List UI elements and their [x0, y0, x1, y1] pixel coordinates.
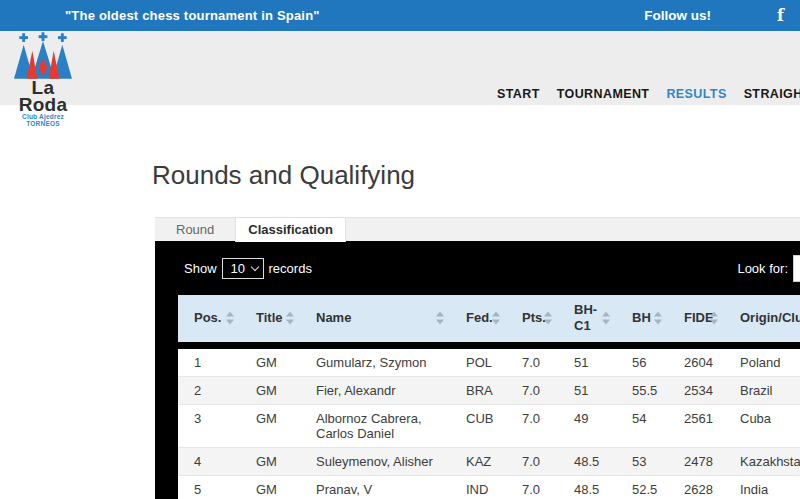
cell-origin: Kazakhstan [724, 447, 800, 475]
cell-fed: IND [450, 475, 506, 499]
logo-subtitle: Club Ajedrez TORNEOS [10, 113, 76, 127]
cell-fed: BRA [450, 376, 506, 404]
top-bar: "The oldest chess tournament in Spain" F… [0, 0, 800, 31]
cell-title: GM [240, 376, 300, 404]
column-header-pos-[interactable]: Pos. [178, 295, 240, 345]
cell-fed: CUB [450, 404, 506, 447]
cell-bh_c1: 48.5 [558, 447, 616, 475]
sort-icon[interactable] [492, 312, 500, 325]
records-label: records [269, 261, 312, 276]
cell-bh: 55.5 [616, 376, 668, 404]
cell-pos: 1 [178, 345, 240, 376]
cell-origin: Brazil [724, 376, 800, 404]
cell-bh_c1: 51 [558, 345, 616, 376]
column-label-fed-: Fed. [466, 310, 493, 325]
facebook-icon[interactable]: f [777, 8, 784, 24]
site-header: La Roda Club Ajedrez TORNEOS STARTTOURNA… [0, 31, 800, 105]
search-label: Look for: [737, 261, 788, 276]
page-size-select[interactable]: 10 [222, 258, 264, 279]
cell-fide: 2628 [668, 475, 724, 499]
cell-origin: India [724, 475, 800, 499]
cell-bh_c1: 51 [558, 376, 616, 404]
tab-strip: RoundClassification [155, 217, 800, 241]
nav-item-tournament[interactable]: TOURNAMENT [557, 87, 650, 101]
tab-round[interactable]: Round [155, 218, 236, 242]
main-nav: STARTTOURNAMENTRESULTSSTRAIGHTGALLERY [497, 87, 800, 101]
cell-pos: 4 [178, 447, 240, 475]
column-header-origin-club[interactable]: Origin/Club [724, 295, 800, 345]
sort-icon[interactable] [710, 312, 718, 325]
cell-fide: 2534 [668, 376, 724, 404]
column-header-name[interactable]: Name [300, 295, 450, 345]
table-header-row: Pos.TitleNameFed.Pts.BH-C1BHFIDEOrigin/C… [178, 295, 800, 345]
column-label-pts-: Pts. [522, 310, 546, 325]
column-header-fide[interactable]: FIDE [668, 295, 724, 345]
column-header-title[interactable]: Title [240, 295, 300, 345]
table-row: 1GMGumularz, SzymonPOL7.051562604Poland [178, 345, 800, 376]
cell-pts: 7.0 [506, 376, 558, 404]
sort-icon[interactable] [654, 312, 662, 325]
site-logo[interactable]: La Roda Club Ajedrez TORNEOS [10, 32, 76, 127]
column-label-title: Title [256, 310, 283, 325]
logo-title: La Roda [10, 79, 76, 113]
cell-bh_c1: 49 [558, 404, 616, 447]
cell-fide: 2478 [668, 447, 724, 475]
table-row: 3GMAlbornoz Cabrera, Carlos DanielCUB7.0… [178, 404, 800, 447]
cell-pos: 2 [178, 376, 240, 404]
cell-bh: 53 [616, 447, 668, 475]
follow-us-label: Follow us! [644, 8, 711, 23]
cell-pts: 7.0 [506, 345, 558, 376]
site-tagline: "The oldest chess tournament in Spain" [65, 8, 320, 23]
cell-name: Gumularz, Szymon [300, 345, 450, 376]
column-header-bh-c1[interactable]: BH-C1 [558, 295, 616, 345]
column-label-bh-c1: BH-C1 [574, 302, 597, 333]
cell-bh: 54 [616, 404, 668, 447]
sort-icon[interactable] [544, 312, 552, 325]
cell-fed: POL [450, 345, 506, 376]
cell-origin: Cuba [724, 404, 800, 447]
sort-icon[interactable] [436, 312, 444, 325]
column-header-pts-[interactable]: Pts. [506, 295, 558, 345]
table-controls: Show 10 records Look for: [155, 241, 800, 295]
classification-table: Pos.TitleNameFed.Pts.BH-C1BHFIDEOrigin/C… [178, 295, 800, 499]
table-body: 1GMGumularz, SzymonPOL7.051562604Poland2… [178, 345, 800, 499]
cell-pos: 5 [178, 475, 240, 499]
cell-pts: 7.0 [506, 447, 558, 475]
cell-fide: 2604 [668, 345, 724, 376]
cell-pos: 3 [178, 404, 240, 447]
column-label-origin-club: Origin/Club [740, 310, 800, 325]
cell-title: GM [240, 404, 300, 447]
column-label-pos-: Pos. [194, 310, 221, 325]
nav-item-straight[interactable]: STRAIGHT [744, 87, 800, 101]
cell-bh_c1: 48.5 [558, 475, 616, 499]
nav-item-start[interactable]: START [497, 87, 540, 101]
column-label-name: Name [316, 310, 351, 325]
cell-bh: 56 [616, 345, 668, 376]
cell-title: GM [240, 475, 300, 499]
cell-fed: KAZ [450, 447, 506, 475]
cell-name: Albornoz Cabrera, Carlos Daniel [300, 404, 450, 447]
nav-item-results[interactable]: RESULTS [666, 87, 726, 101]
column-header-bh[interactable]: BH [616, 295, 668, 345]
page-size-select-wrap: 10 [222, 258, 264, 279]
show-label: Show [184, 261, 217, 276]
column-header-fed-[interactable]: Fed. [450, 295, 506, 345]
results-table-section: Show 10 records Look for: Pos.TitleNameF… [155, 241, 800, 499]
cell-name: Fier, Alexandr [300, 376, 450, 404]
sort-icon[interactable] [226, 312, 234, 325]
sort-icon[interactable] [602, 312, 610, 325]
search-area: Look for: [737, 255, 800, 282]
page-title: Rounds and Qualifying [152, 158, 800, 192]
column-label-bh: BH [632, 310, 651, 325]
cell-name: Pranav, V [300, 475, 450, 499]
sort-icon[interactable] [286, 312, 294, 325]
search-input[interactable] [793, 255, 800, 282]
cell-title: GM [240, 345, 300, 376]
cell-pts: 7.0 [506, 404, 558, 447]
table-row: 2GMFier, AlexandrBRA7.05155.52534Brazil [178, 376, 800, 404]
tab-classification[interactable]: Classification [236, 218, 346, 242]
cell-origin: Poland [724, 345, 800, 376]
cell-title: GM [240, 447, 300, 475]
cell-bh: 52.5 [616, 475, 668, 499]
table-row: 4GMSuleymenov, AlisherKAZ7.048.5532478Ka… [178, 447, 800, 475]
